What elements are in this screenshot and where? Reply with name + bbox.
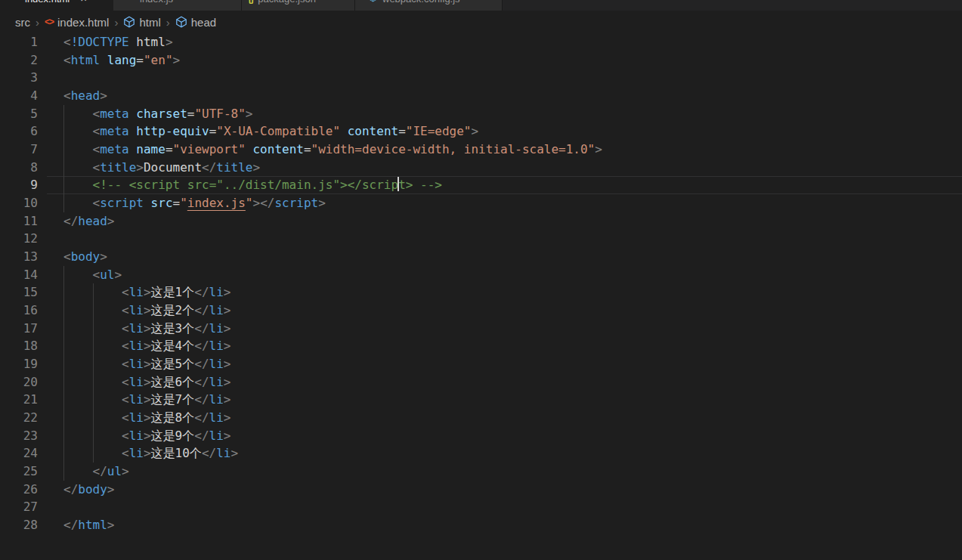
tab-package-json[interactable]: {}package.json (242, 0, 355, 11)
code-line-28[interactable]: 28</html> (0, 516, 962, 534)
line-content[interactable]: <script src="index.js"></script> (47, 194, 962, 212)
line-content[interactable]: <html lang="en"> (47, 51, 962, 70)
indent-guide (63, 337, 64, 355)
line-content[interactable]: <meta name="viewport" content="width=dev… (47, 141, 962, 159)
code-line-27[interactable]: 27 (0, 498, 962, 516)
code-line-8[interactable]: 8 <title>Document</title> (0, 159, 962, 177)
line-content[interactable]: <li>这是2个</li> (47, 302, 962, 320)
breadcrumb-item-src[interactable]: src (15, 16, 30, 29)
code-token: http-equiv (136, 124, 209, 138)
code-line-21[interactable]: 21 <li>这是7个</li> (0, 391, 962, 409)
code-line-11[interactable]: 11</head> (0, 212, 962, 230)
indent-guide (93, 320, 94, 338)
indent-guide (93, 302, 94, 320)
code-line-5[interactable]: 5 <meta charset="UTF-8"> (0, 105, 962, 123)
code-line-25[interactable]: 25 </ul> (0, 463, 962, 481)
tab-index-js[interactable]: index.js (113, 0, 242, 11)
code-line-10[interactable]: 10 <script src="index.js"></script> (0, 194, 962, 212)
code-line-2[interactable]: 2<html lang="en"> (0, 51, 962, 70)
line-content[interactable]: <!-- <script src="../dist/main.js"></scr… (47, 176, 962, 194)
code-line-19[interactable]: 19 <li>这是5个</li> (0, 355, 962, 373)
code-line-6[interactable]: 6 <meta http-equiv="X-UA-Compatible" con… (0, 122, 962, 141)
code-token[interactable]: index.js (187, 196, 246, 210)
line-content[interactable]: <li>这是5个</li> (47, 355, 962, 373)
code-token: ul (107, 464, 122, 478)
line-content[interactable]: <li>这是7个</li> (47, 391, 962, 409)
code-line-16[interactable]: 16 <li>这是2个</li> (0, 302, 962, 320)
indent-guide (63, 176, 64, 194)
code-line-18[interactable]: 18 <li>这是4个</li> (0, 337, 962, 355)
code-token (129, 124, 137, 138)
breadcrumb-item-head[interactable]: head (175, 16, 216, 29)
line-content[interactable]: <li>这是3个</li> (47, 320, 962, 338)
line-content[interactable]: <li>这是10个</li> (47, 444, 962, 463)
line-content[interactable]: <li>这是8个</li> (47, 409, 962, 427)
line-content[interactable]: <li>这是6个</li> (47, 373, 962, 391)
line-number: 13 (0, 248, 47, 266)
line-content[interactable] (47, 230, 962, 248)
code-token: < (93, 124, 101, 138)
code-line-15[interactable]: 15 <li>这是1个</li> (0, 283, 962, 302)
code-token: 这是4个 (151, 339, 195, 353)
line-content[interactable] (47, 498, 962, 516)
code-line-23[interactable]: 23 <li>这是9个</li> (0, 427, 962, 445)
code-editor[interactable]: 1<!DOCTYPE html>2<html lang="en">34<head… (0, 33, 962, 534)
code-token: </ (194, 321, 209, 336)
line-content[interactable]: <!DOCTYPE html> (47, 33, 962, 51)
code-line-12[interactable]: 12 (0, 230, 962, 248)
code-token: </ (194, 429, 209, 443)
breadcrumb-item-html[interactable]: html (123, 16, 160, 29)
indent-guide (63, 427, 64, 445)
indent-guide (93, 391, 94, 409)
code-token: li (209, 357, 224, 371)
line-content[interactable]: </html> (47, 516, 962, 534)
code-line-24[interactable]: 24 <li>这是10个</li> (0, 444, 962, 463)
code-token: > (224, 375, 231, 389)
code-line-4[interactable]: 4<head> (0, 87, 962, 105)
breadcrumb-item-index-html[interactable]: <>index.html (45, 16, 109, 29)
code-token: </ (202, 446, 216, 460)
tab-close-icon[interactable]: × (80, 0, 87, 5)
line-content[interactable]: </head> (47, 212, 962, 230)
code-line-26[interactable]: 26</body> (0, 481, 962, 499)
code-token: Document (144, 160, 202, 175)
line-number: 3 (0, 69, 47, 87)
indent-guide (63, 122, 64, 141)
line-content[interactable]: </body> (47, 481, 962, 499)
code-token: meta (100, 107, 129, 121)
line-content[interactable]: <li>这是1个</li> (47, 283, 962, 302)
indent-guide (63, 141, 64, 159)
code-token (129, 142, 137, 156)
code-line-14[interactable]: 14 <ul> (0, 266, 962, 284)
code-token: > (224, 285, 231, 299)
line-content[interactable]: <meta http-equiv="X-UA-Compatible" conte… (47, 122, 962, 141)
code-token: li (129, 321, 144, 336)
code-line-20[interactable]: 20 <li>这是6个</li> (0, 373, 962, 391)
indent-guide (63, 159, 64, 177)
line-content[interactable]: <ul> (47, 266, 962, 284)
line-content[interactable]: <body> (47, 248, 962, 266)
code-token: li (129, 357, 144, 371)
tab-index-html[interactable]: index.html× (0, 0, 113, 11)
code-token: t> --> (398, 178, 442, 192)
line-number: 15 (0, 283, 47, 302)
line-number: 18 (0, 337, 47, 355)
line-content[interactable]: <title>Document</title> (47, 159, 962, 177)
code-line-17[interactable]: 17 <li>这是3个</li> (0, 320, 962, 338)
tab-webpack-config-js[interactable]: webpack.config.js (355, 0, 503, 11)
breadcrumb: src›<>index.html›html›head (0, 11, 962, 33)
code-line-7[interactable]: 7 <meta name="viewport" content="width=d… (0, 141, 962, 159)
line-content[interactable]: </ul> (47, 463, 962, 481)
line-content[interactable] (47, 69, 962, 87)
code-line-1[interactable]: 1<!DOCTYPE html> (0, 33, 962, 51)
line-content[interactable]: <li>这是4个</li> (47, 337, 962, 355)
code-line-13[interactable]: 13<body> (0, 248, 962, 266)
code-line-22[interactable]: 22 <li>这是8个</li> (0, 409, 962, 427)
line-content[interactable]: <head> (47, 87, 962, 105)
code-token: > (144, 446, 151, 460)
code-line-9[interactable]: 9 <!-- <script src="../dist/main.js"></s… (0, 176, 962, 194)
code-token: li (129, 375, 144, 389)
code-line-3[interactable]: 3 (0, 69, 962, 87)
line-content[interactable]: <meta charset="UTF-8"> (47, 105, 962, 123)
line-content[interactable]: <li>这是9个</li> (47, 427, 962, 445)
